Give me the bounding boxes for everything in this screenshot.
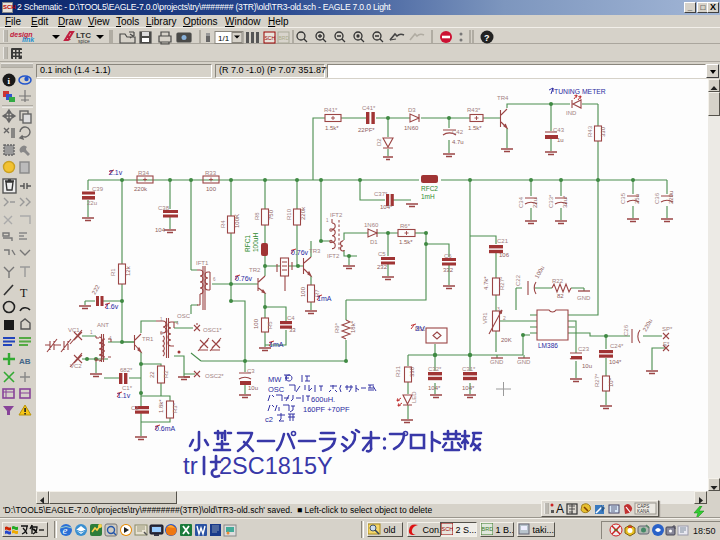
svg-text:232: 232 <box>377 264 388 270</box>
svg-text:R5: R5 <box>267 321 273 329</box>
svg-text:C31*: C31* <box>462 366 476 372</box>
svg-text:330: 330 <box>600 126 606 137</box>
svg-text:10u: 10u <box>248 385 258 391</box>
svg-text:R10: R10 <box>286 208 292 220</box>
svg-text:600uH.: 600uH. <box>311 395 335 404</box>
svg-text:KANA: KANA <box>637 509 649 514</box>
svg-text:IND: IND <box>566 110 577 116</box>
svg-text:1/1: 1/1 <box>218 34 230 43</box>
svg-text:682*: 682* <box>120 367 133 373</box>
svg-text:104*: 104* <box>609 359 622 365</box>
svg-text:R22: R22 <box>552 278 564 284</box>
svg-text:R8: R8 <box>254 212 260 220</box>
svg-text:1.5k*: 1.5k* <box>325 125 339 131</box>
svg-text:4.7u: 4.7u <box>452 139 464 145</box>
svg-text:C37*: C37* <box>374 191 388 197</box>
svg-text:C26: C26 <box>623 324 629 336</box>
svg-text:C1*: C1* <box>122 385 133 391</box>
svg-text:750: 750 <box>268 209 274 220</box>
svg-text:D1: D1 <box>370 239 378 245</box>
svg-text:1N60: 1N60 <box>404 125 419 131</box>
svg-text:GND: GND <box>490 359 504 365</box>
svg-text:R2: R2 <box>163 370 169 378</box>
svg-text:330: 330 <box>409 366 415 377</box>
svg-text:VC1: VC1 <box>68 327 80 333</box>
svg-text:LM386: LM386 <box>538 342 558 349</box>
svg-text:104*: 104* <box>428 385 441 391</box>
svg-text:TUNING METER: TUNING METER <box>554 88 606 95</box>
svg-text:C34: C34 <box>518 196 524 208</box>
svg-text:22PF*: 22PF* <box>358 127 375 133</box>
svg-text:1.8k*: 1.8k* <box>158 399 164 413</box>
svg-text:LED: LED <box>411 391 417 403</box>
svg-text:10*: 10* <box>608 377 614 387</box>
svg-text:1.1v: 1.1v <box>117 392 131 399</box>
svg-text:4.7k*: 4.7k* <box>483 276 489 290</box>
svg-text:220u: 220u <box>668 191 674 204</box>
svg-text:RFC1: RFC1 <box>244 235 251 252</box>
svg-text:1u: 1u <box>557 137 564 143</box>
svg-text:220u: 220u <box>642 318 654 333</box>
svg-text:0.76v: 0.76v <box>291 249 309 256</box>
svg-text:104*: 104* <box>380 204 393 210</box>
svg-text:R3*: R3* <box>172 402 178 413</box>
svg-text:222: 222 <box>91 283 102 295</box>
svg-text:R34: R34 <box>138 170 150 176</box>
svg-text:1.5k*: 1.5k* <box>399 239 413 245</box>
svg-text:C22: C22 <box>515 274 521 286</box>
svg-text:104*: 104* <box>462 385 475 391</box>
svg-text:100: 100 <box>300 286 306 297</box>
svg-text:A: A <box>556 502 564 516</box>
svg-text:BRD: BRD <box>482 526 494 532</box>
svg-text:33: 33 <box>289 327 296 333</box>
svg-text:AB: AB <box>19 357 31 366</box>
svg-text:D2: D2 <box>376 138 382 146</box>
svg-text:R33: R33 <box>205 170 217 176</box>
svg-text:C24*: C24* <box>610 343 624 349</box>
svg-text:220k: 220k <box>300 206 306 220</box>
svg-text:C23: C23 <box>578 346 590 352</box>
svg-text:100: 100 <box>206 186 217 192</box>
svg-text:C38: C38 <box>158 205 170 211</box>
svg-text:R41*: R41* <box>324 107 338 113</box>
svg-text:R27*: R27* <box>594 373 600 387</box>
svg-text:OSC1*: OSC1* <box>203 327 222 333</box>
svg-text:3V: 3V <box>415 324 425 333</box>
svg-text:25u: 25u <box>634 194 640 204</box>
svg-text:C35: C35 <box>620 192 626 204</box>
svg-text:R6*: R6* <box>400 223 411 229</box>
svg-text:33u*: 33u* <box>562 195 568 208</box>
svg-text:SP*: SP* <box>662 326 673 332</box>
svg-text:BRD: BRD <box>279 35 290 41</box>
svg-text:tr: tr <box>183 452 198 479</box>
svg-text:R31: R31 <box>395 365 401 377</box>
svg-text:22u: 22u <box>532 198 538 208</box>
svg-text:2: 2 <box>503 315 506 321</box>
svg-text:C6: C6 <box>444 253 452 259</box>
svg-text:OSC: OSC <box>177 313 191 319</box>
svg-text:R4: R4 <box>220 220 226 228</box>
svg-text:C43: C43 <box>553 127 565 133</box>
svg-text:C4: C4 <box>287 315 295 321</box>
svg-text:C2: C2 <box>131 405 139 411</box>
svg-text:C36: C36 <box>654 192 660 204</box>
svg-text:1mA: 1mA <box>269 341 284 348</box>
svg-text:C3: C3 <box>247 368 255 374</box>
svg-text:TR2: TR2 <box>249 267 261 273</box>
svg-text:D3: D3 <box>408 107 416 113</box>
svg-text:10u: 10u <box>582 363 592 369</box>
svg-text:20K: 20K <box>501 337 512 343</box>
svg-text:TR1: TR1 <box>142 336 154 342</box>
svg-text:332: 332 <box>443 267 454 273</box>
svg-text:C5: C5 <box>378 251 386 257</box>
svg-text:1N60: 1N60 <box>364 222 379 228</box>
svg-text:?: ? <box>484 33 490 43</box>
svg-text:link: link <box>22 36 35 43</box>
svg-text:4: 4 <box>176 321 179 326</box>
svg-text:1.5k*: 1.5k* <box>468 125 482 131</box>
svg-text:IFT2: IFT2 <box>327 253 340 259</box>
svg-text:GND: GND <box>517 359 531 365</box>
svg-text:22u: 22u <box>87 200 97 206</box>
svg-text:100u: 100u <box>534 265 546 280</box>
svg-text:SCH: SCH <box>442 526 454 532</box>
